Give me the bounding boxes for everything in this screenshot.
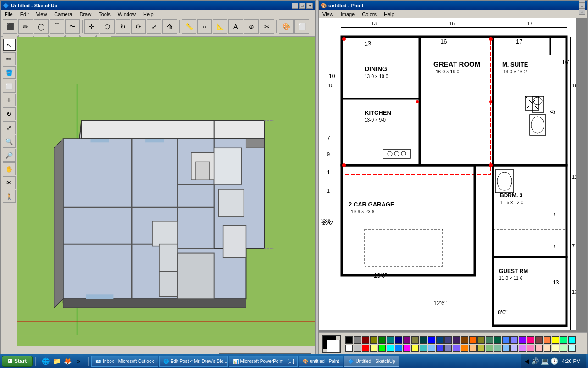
swatch-teal[interactable] (387, 336, 394, 344)
swatch-slateblue[interactable] (444, 336, 452, 344)
swatch-white[interactable] (345, 345, 353, 352)
toolbar-circle-btn[interactable]: ◯ (34, 19, 49, 34)
swatch-khaki[interactable] (477, 345, 485, 352)
swatch-lime[interactable] (378, 345, 386, 352)
swatch-mauve[interactable] (535, 336, 543, 344)
toolbar-offset-btn[interactable]: ⟰ (162, 19, 177, 34)
swatch-mint[interactable] (560, 336, 567, 344)
sketchup-menu-file[interactable]: File (3, 11, 15, 17)
swatch-orange[interactable] (469, 336, 477, 344)
swatch-medteal[interactable] (420, 345, 427, 352)
toolbar-push-btn[interactable]: ⬡ (100, 19, 115, 34)
swatch-babyblue[interactable] (502, 345, 510, 352)
swatch-skyblue[interactable] (428, 345, 435, 352)
taskbar-btn-sketchup[interactable]: 🔷 Untitled - SketchUp (344, 356, 399, 367)
toolbar-move-btn[interactable]: ✛ (84, 19, 99, 34)
taskbar-btn-paint[interactable]: 🎨 untitled - Paint (299, 356, 344, 367)
tool-paint2[interactable]: 🪣 (3, 66, 16, 79)
toolbar-scale-btn[interactable]: ⤢ (147, 19, 161, 34)
swatch-yellow[interactable] (552, 336, 559, 344)
toolbar-text-btn[interactable]: A (228, 19, 243, 34)
tray-network-icon[interactable]: 🔊 (531, 357, 539, 365)
toolbar-select-btn[interactable]: ⬛ (3, 19, 17, 34)
paint-menu-view[interactable]: View (321, 11, 335, 17)
swatch-darkgreen[interactable] (477, 336, 485, 344)
sketchup-menu-view[interactable]: View (34, 11, 49, 17)
swatch-salmon[interactable] (544, 336, 551, 344)
paint-menu-colors[interactable]: Colors (360, 11, 378, 17)
swatch-sage[interactable] (494, 345, 501, 352)
toolbar-line-btn[interactable]: ✏ (18, 19, 33, 34)
swatch-blush[interactable] (535, 345, 543, 352)
toolbar-tape-btn[interactable]: 📏 (182, 19, 196, 34)
tool-hand[interactable]: ✋ (3, 162, 16, 175)
swatch-cream[interactable] (552, 345, 559, 352)
quicklaunch-firefox[interactable]: 🦊 (63, 357, 72, 366)
swatch-brightyellow[interactable] (411, 345, 419, 352)
sketchup-menu-tools[interactable]: Tools (97, 11, 112, 17)
swatch-honeydew[interactable] (560, 345, 567, 352)
paint-close-btn[interactable]: × (579, 9, 585, 15)
swatch-darkblue[interactable] (436, 336, 444, 344)
sketchup-minimize-btn[interactable]: _ (292, 3, 298, 9)
swatch-violet[interactable] (519, 336, 526, 344)
swatch-ice[interactable] (568, 345, 576, 352)
swatch-amber[interactable] (461, 345, 468, 352)
toolbar-follow-btn[interactable]: ⟳ (131, 19, 146, 34)
swatch-azure[interactable] (395, 345, 402, 352)
paint-menu-help[interactable]: Help (382, 11, 396, 17)
sketchup-maximize-btn[interactable]: □ (299, 3, 305, 9)
sketchup-menu-camera[interactable]: Camera (52, 11, 74, 17)
tool-move2[interactable]: ✛ (3, 94, 16, 106)
swatch-blue[interactable] (428, 336, 435, 344)
swatch-purple[interactable] (403, 336, 410, 344)
swatch-silver[interactable] (354, 345, 361, 352)
sketchup-viewport[interactable] (17, 37, 315, 346)
swatch-lightyellow[interactable] (370, 345, 377, 352)
tool-eye[interactable]: 👁 (3, 176, 16, 189)
taskbar-btn-outlook[interactable]: 📧 Inbox - Microsoft Outlook (91, 356, 158, 367)
taskbar-btn-powerpoint[interactable]: 📊 Microsoft PowerPoint - [...] (229, 356, 298, 367)
toolbar-rotate-btn[interactable]: ↻ (116, 19, 130, 34)
toolbar-freehand-btn[interactable]: 〜 (65, 19, 80, 34)
swatch-magenta[interactable] (403, 345, 410, 352)
sketchup-menu-help[interactable]: Help (141, 11, 155, 17)
swatch-olive[interactable] (370, 336, 377, 344)
paint-maximize-btn[interactable]: □ (579, 3, 585, 9)
swatch-pink[interactable] (527, 345, 534, 352)
swatch-indigo[interactable] (453, 336, 460, 344)
tray-arrow-icon[interactable]: ◀ (524, 357, 529, 365)
swatch-red[interactable] (362, 345, 369, 352)
swatch-hotpink[interactable] (527, 336, 534, 344)
sketchup-menu-draw[interactable]: Draw (78, 11, 93, 17)
swatch-medblue[interactable] (436, 345, 444, 352)
toolbar-arc-btn[interactable]: ⌒ (50, 19, 64, 34)
tray-volume-icon[interactable]: 💻 (541, 357, 549, 365)
quicklaunch-ie[interactable]: 🌐 (41, 357, 50, 366)
swatch-green[interactable] (378, 336, 386, 344)
swatch-darkyellow[interactable] (411, 336, 419, 344)
swatch-forest[interactable] (494, 336, 501, 344)
tool-walk[interactable]: 🚶 (3, 190, 16, 203)
swatch-lavender[interactable] (510, 336, 518, 344)
swatch-darkgray[interactable] (354, 336, 361, 344)
tool-eraser2[interactable]: ⬜ (3, 80, 16, 93)
swatch-navy[interactable] (395, 336, 402, 344)
tool-scale2[interactable]: ⤢ (3, 121, 16, 134)
swatch-darkred[interactable] (362, 336, 369, 344)
swatch-black[interactable] (345, 336, 353, 344)
quicklaunch-folder[interactable]: 📁 (52, 357, 61, 366)
swatch-brown[interactable] (461, 336, 468, 344)
toolbar-section-btn[interactable]: ✂ (260, 19, 274, 34)
toolbar-protractor-btn[interactable]: 📐 (213, 19, 227, 34)
swatch-peach[interactable] (469, 345, 477, 352)
tool-pen[interactable]: ✏ (3, 52, 16, 65)
tool-rotate2[interactable]: ↻ (3, 107, 16, 120)
tool-select[interactable]: ↖ (3, 39, 16, 51)
swatch-lightblue[interactable] (502, 336, 510, 344)
swatch-darktealgray[interactable] (420, 336, 427, 344)
toolbar-axes-btn[interactable]: ⊕ (244, 19, 259, 34)
toolbar-dim-btn[interactable]: ↔ (197, 19, 212, 34)
quicklaunch-expand[interactable]: » (74, 357, 83, 366)
paint-menu-image[interactable]: Image (339, 11, 357, 17)
